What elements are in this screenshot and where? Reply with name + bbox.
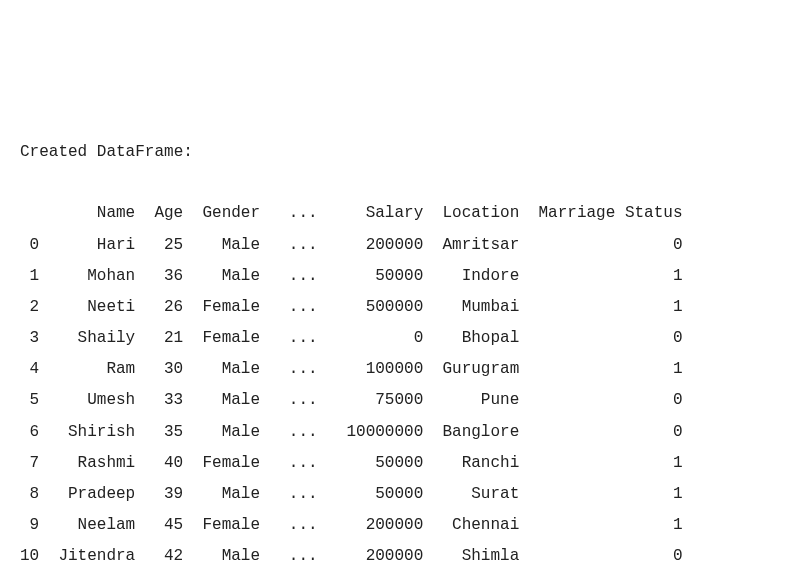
cell-gender: Male [183, 573, 260, 578]
cell-ellipsis: ... [260, 292, 318, 323]
cell-age: 45 [135, 510, 183, 541]
cell-salary: 10000000 [318, 417, 424, 448]
cell-name: Neeti [39, 292, 135, 323]
cell-location: Indore [423, 261, 519, 292]
table-row: 9Neelam45Female...200000Chennai1 [20, 510, 780, 541]
table-row: 1Mohan36Male...50000Indore1 [20, 261, 780, 292]
cell-status: 1 [615, 448, 682, 479]
cell-age: 33 [135, 385, 183, 416]
cell-index: 4 [20, 354, 39, 385]
cell-status: 0 [615, 417, 682, 448]
cell-gender: Male [183, 230, 260, 261]
cell-status: 1 [615, 261, 682, 292]
cell-gender: Male [183, 417, 260, 448]
cell-age: 39 [135, 479, 183, 510]
cell-location: Mumbai [423, 292, 519, 323]
cell-age: 25 [135, 230, 183, 261]
cell-age: 21 [135, 323, 183, 354]
cell-age: 30 [135, 354, 183, 385]
col-location: Location [423, 198, 519, 229]
col-name: Name [39, 198, 135, 229]
cell-salary: 100000 [318, 354, 424, 385]
cell-ellipsis: ... [260, 323, 318, 354]
cell-ellipsis: ... [260, 479, 318, 510]
table-row: 4Ram30Male...100000Gurugram1 [20, 354, 780, 385]
cell-ellipsis: ... [260, 448, 318, 479]
cell-ellipsis: ... [260, 261, 318, 292]
cell-age: 40 [135, 448, 183, 479]
cell-index: 2 [20, 292, 39, 323]
cell-index: 11 [20, 573, 39, 578]
cell-ellipsis: ... [260, 417, 318, 448]
cell-salary: 200000 [318, 541, 424, 572]
cell-salary: 75000 [318, 385, 424, 416]
cell-name: Ram [39, 354, 135, 385]
column-header-row: NameAgeGender...SalaryLocationMarriageSt… [20, 198, 780, 229]
cell-age: 39 [135, 573, 183, 578]
cell-status: 0 [615, 323, 682, 354]
output-title: Created DataFrame: [20, 137, 780, 168]
col-age: Age [135, 198, 183, 229]
cell-location: Surat [423, 479, 519, 510]
cell-age: 26 [135, 292, 183, 323]
table-row: 8Pradeep39Male...50000Surat1 [20, 479, 780, 510]
cell-salary: 0 [318, 323, 424, 354]
col-marriage: Marriage [519, 198, 615, 229]
cell-status: 1 [615, 510, 682, 541]
table-row: 2Neeti26Female...500000Mumbai1 [20, 292, 780, 323]
cell-gender: Female [183, 323, 260, 354]
cell-gender: Male [183, 385, 260, 416]
cell-status: 1 [615, 354, 682, 385]
cell-index: 5 [20, 385, 39, 416]
cell-name: Shirish [39, 417, 135, 448]
cell-name: Shaily [39, 323, 135, 354]
cell-gender: Female [183, 510, 260, 541]
table-row: 10Jitendra42Male...200000Shimla0 [20, 541, 780, 572]
cell-salary: 200000 [318, 230, 424, 261]
cell-location: Gurugram [423, 354, 519, 385]
cell-status: 1 [615, 573, 682, 578]
cell-name: Mohan [39, 261, 135, 292]
cell-gender: Female [183, 292, 260, 323]
cell-index: 7 [20, 448, 39, 479]
cell-ellipsis: ... [260, 510, 318, 541]
cell-location: Ranchi [423, 448, 519, 479]
col-ellipsis: ... [260, 198, 318, 229]
col-salary: Salary [318, 198, 424, 229]
cell-index: 1 [20, 261, 39, 292]
cell-name: Manoj [39, 573, 135, 578]
cell-index: 9 [20, 510, 39, 541]
cell-name: Hari [39, 230, 135, 261]
cell-salary: 200000 [318, 510, 424, 541]
cell-location: Banglore [423, 417, 519, 448]
cell-index: 6 [20, 417, 39, 448]
cell-location: Chennai [423, 510, 519, 541]
table-row: 11Manoj39Male...150000Kolkata1 [20, 573, 780, 578]
cell-ellipsis: ... [260, 230, 318, 261]
cell-status: 0 [615, 385, 682, 416]
cell-age: 35 [135, 417, 183, 448]
cell-location: Pune [423, 385, 519, 416]
cell-gender: Male [183, 479, 260, 510]
table-row: 6Shirish35Male...10000000Banglore0 [20, 417, 780, 448]
cell-location: Kolkata [423, 573, 519, 578]
cell-location: Amritsar [423, 230, 519, 261]
cell-name: Jitendra [39, 541, 135, 572]
table-row: 0Hari25Male...200000Amritsar0 [20, 230, 780, 261]
col-gender: Gender [183, 198, 260, 229]
cell-location: Bhopal [423, 323, 519, 354]
cell-gender: Male [183, 354, 260, 385]
cell-ellipsis: ... [260, 541, 318, 572]
cell-name: Umesh [39, 385, 135, 416]
cell-salary: 50000 [318, 479, 424, 510]
table-row: 3Shaily21Female...0Bhopal0 [20, 323, 780, 354]
cell-gender: Female [183, 448, 260, 479]
cell-ellipsis: ... [260, 354, 318, 385]
cell-name: Pradeep [39, 479, 135, 510]
cell-index: 10 [20, 541, 39, 572]
cell-index: 3 [20, 323, 39, 354]
cell-salary: 500000 [318, 292, 424, 323]
table-row: 5Umesh33Male...75000Pune0 [20, 385, 780, 416]
cell-index: 0 [20, 230, 39, 261]
cell-location: Shimla [423, 541, 519, 572]
